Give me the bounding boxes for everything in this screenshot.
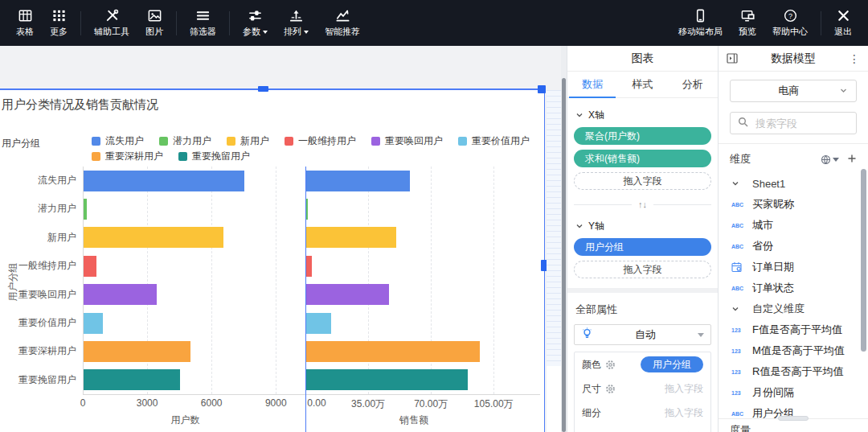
text-field-icon: ABC: [731, 244, 746, 249]
measure-pill[interactable]: 求和(销售额): [574, 150, 711, 167]
bar-一般维持用户[interactable]: [306, 256, 312, 277]
bar-流失用户[interactable]: [306, 171, 410, 191]
tab-data[interactable]: 数据: [567, 72, 617, 97]
selection-handle-corner[interactable]: [538, 85, 546, 93]
bar-新用户[interactable]: [84, 227, 223, 248]
bar-一般维持用户[interactable]: [84, 256, 96, 277]
field-row-Sheet1[interactable]: Sheet1: [719, 173, 868, 194]
legend-item-label: 新用户: [240, 134, 269, 148]
field-row-买家昵称[interactable]: ABC买家昵称: [719, 194, 868, 215]
panel-resize-handle[interactable]: [778, 416, 809, 421]
legend-item[interactable]: 潜力用户: [159, 134, 211, 148]
field-row-R值是否高于平均值[interactable]: 123R值是否高于平均值: [719, 361, 868, 382]
field-search-input[interactable]: [754, 117, 850, 130]
toolbar-item-arrange[interactable]: 排列: [276, 0, 317, 46]
toolbar-item-exit[interactable]: 退出: [826, 0, 860, 46]
tab-analysis[interactable]: 分析: [668, 72, 718, 97]
bar-重要价值用户[interactable]: [84, 313, 103, 334]
bar-新用户[interactable]: [306, 227, 396, 248]
toolbar-item-label: 帮助中心: [772, 26, 808, 38]
panel-collapse-icon[interactable]: [727, 53, 738, 64]
axis-tick-label: 3000: [137, 397, 158, 409]
bar-流失用户[interactable]: [84, 171, 244, 191]
field-tree: Sheet1ABC买家昵称ABC城市ABC省份订单日期ABC订单状态自定义维度1…: [719, 173, 868, 424]
toolbar-right-group: 移动端布局预览?帮助中心退出: [670, 0, 860, 46]
toolbar-item-label: 辅助工具: [94, 26, 129, 38]
field-row-城市[interactable]: ABC城市: [719, 215, 868, 236]
field-row-M值是否高于平均值[interactable]: 123M值是否高于平均值: [719, 340, 868, 361]
toolbar-item-more-grid[interactable]: 更多: [42, 0, 76, 46]
tab-style[interactable]: 样式: [617, 72, 667, 97]
field-row-订单日期[interactable]: 订单日期: [719, 257, 868, 278]
legend-swatch: [227, 137, 235, 146]
gear-icon[interactable]: [605, 384, 616, 394]
auto-property-select[interactable]: 自动: [574, 324, 711, 345]
measure-pill[interactable]: 聚合(用户数): [574, 127, 711, 145]
toolbar-item-params[interactable]: 参数: [235, 0, 276, 46]
panel-scrollbar-thumb[interactable]: [861, 169, 866, 352]
field-row-省份[interactable]: ABC省份: [719, 236, 868, 257]
bar-重要挽留用户[interactable]: [306, 369, 468, 390]
toolbar-item-mobile-layout[interactable]: 移动端布局: [670, 0, 731, 46]
canvas-scrollbar-thumb[interactable]: [562, 78, 566, 432]
number-field-icon: 123: [731, 348, 746, 354]
calendar-icon: [731, 261, 746, 273]
toolbar-divider: [80, 11, 81, 35]
field-label: 订单状态: [752, 281, 794, 295]
x-axis-line: [83, 394, 540, 395]
legend-item[interactable]: 流失用户: [92, 134, 144, 148]
x-axis-section-header[interactable]: X轴: [575, 109, 710, 122]
toolbar-item-image[interactable]: 图片: [137, 0, 171, 46]
bar-潜力用户[interactable]: [84, 199, 87, 220]
more-grid-icon: [51, 8, 67, 23]
legend-item[interactable]: 新用户: [227, 134, 269, 148]
globe-filter-icon[interactable]: [821, 154, 839, 165]
swap-axes-icon[interactable]: ↑↓: [632, 200, 653, 209]
add-field-icon[interactable]: [847, 154, 857, 166]
legend-item[interactable]: 重要价值用户: [458, 134, 530, 148]
field-row-自定义维度[interactable]: 自定义维度: [719, 298, 868, 319]
field-search-box[interactable]: [730, 112, 857, 134]
bar-重要深耕用户[interactable]: [306, 341, 480, 362]
bulb-icon: [581, 327, 593, 342]
prop-dropzone[interactable]: 拖入字段: [665, 382, 703, 396]
gear-icon[interactable]: [605, 360, 616, 370]
toolbar-item-table[interactable]: 表格: [8, 0, 42, 46]
legend-item[interactable]: 重要深耕用户: [92, 150, 163, 163]
legend-item[interactable]: 一般维持用户: [285, 134, 356, 148]
legend-swatch: [178, 152, 187, 161]
bar-重要深耕用户[interactable]: [84, 341, 190, 362]
y-axis-dropzone[interactable]: 拖入字段: [574, 261, 711, 278]
dashboard-canvas[interactable]: 用户分类情况及销售贡献情况 用户分组 流失用户潜力用户新用户一般维持用户重要唤回…: [0, 46, 567, 432]
legend-swatch: [458, 137, 467, 146]
data-model-header: 数据模型 ⋮: [719, 46, 868, 72]
config-tabs: 数据 样式 分析: [567, 72, 718, 98]
exit-icon: [836, 8, 851, 23]
color-mapping-pill[interactable]: 用户分组: [641, 356, 703, 372]
toolbar-item-tools[interactable]: 辅助工具: [86, 0, 137, 46]
dimension-pill[interactable]: 用户分组: [574, 238, 711, 256]
toolbar-item-smart-recommend[interactable]: 智能推荐: [317, 0, 368, 46]
field-row-F值是否高于平均值[interactable]: 123F值是否高于平均值: [719, 319, 868, 340]
text-field-icon: ABC: [731, 202, 746, 208]
field-row-订单状态[interactable]: ABC订单状态: [719, 278, 868, 298]
more-options-icon[interactable]: ⋮: [849, 52, 860, 65]
prop-dropzone[interactable]: 拖入字段: [665, 406, 703, 420]
y-axis-section-header[interactable]: Y轴: [575, 220, 710, 233]
bar-重要唤回用户[interactable]: [84, 284, 157, 305]
toolbar-item-help[interactable]: ?帮助中心: [764, 0, 816, 46]
number-field-icon: 123: [731, 390, 746, 396]
selection-handle-top[interactable]: [258, 86, 268, 92]
legend-item[interactable]: 重要挽留用户: [178, 150, 250, 163]
bar-重要价值用户[interactable]: [306, 313, 331, 334]
toolbar-item-preview[interactable]: 预览: [731, 0, 764, 46]
legend-item[interactable]: 重要唤回用户: [371, 134, 443, 148]
bar-重要唤回用户[interactable]: [306, 284, 389, 305]
bar-重要挽留用户[interactable]: [84, 369, 180, 390]
toolbar-item-filter[interactable]: 筛选器: [182, 0, 224, 46]
model-select[interactable]: 电商: [730, 80, 857, 102]
x-axis-dropzone[interactable]: 拖入字段: [574, 172, 711, 190]
chevron-down-icon: [731, 305, 746, 313]
bar-潜力用户[interactable]: [306, 199, 308, 220]
field-row-月份间隔[interactable]: 123月份间隔: [719, 382, 868, 403]
